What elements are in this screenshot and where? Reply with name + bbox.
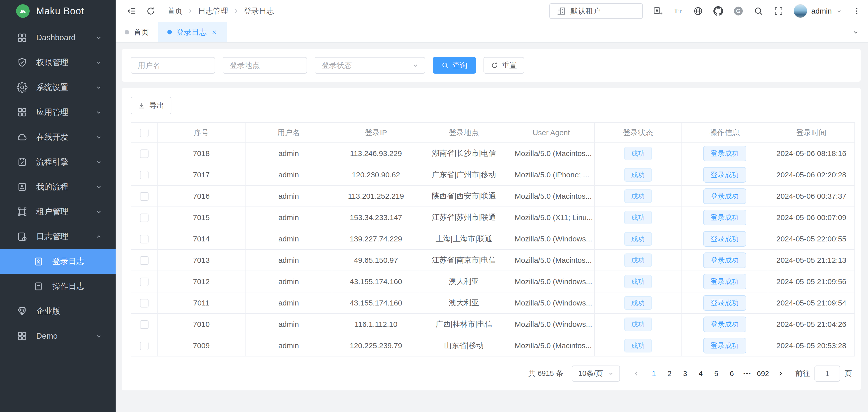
sidebar-item-my-workflow[interactable]: 我的流程: [0, 175, 116, 199]
page-number-button[interactable]: 692: [755, 366, 771, 382]
table-row: 7009 admin 120.225.239.79 山东省|移动 Mozilla…: [131, 335, 855, 356]
operation-tag[interactable]: 登录成功: [703, 252, 746, 268]
row-checkbox[interactable]: [140, 320, 149, 329]
goto-page-input[interactable]: [814, 366, 840, 382]
search-submit-button[interactable]: 查询: [433, 57, 476, 73]
apps-icon: [17, 107, 28, 118]
select-all-checkbox[interactable]: [140, 129, 149, 137]
cell-username: admin: [245, 271, 332, 292]
sidebar-item-online-dev[interactable]: 在线开发: [0, 125, 116, 150]
operation-tag[interactable]: 登录成功: [703, 167, 746, 183]
row-checkbox[interactable]: [140, 299, 149, 308]
tab-login-log[interactable]: 登录日志: [158, 22, 227, 42]
refresh-button[interactable]: [146, 6, 156, 16]
row-checkbox[interactable]: [140, 150, 149, 158]
cell-username: admin: [245, 185, 332, 207]
row-checkbox[interactable]: [140, 171, 149, 179]
chevron-down-icon: [836, 8, 842, 14]
sidebar-item-workflow-engine[interactable]: 流程引擎: [0, 150, 116, 175]
gitee-button[interactable]: G: [733, 6, 743, 16]
goto-suffix: 页: [845, 369, 852, 379]
page-number-button[interactable]: 1: [646, 366, 662, 382]
sidebar-collapse-button[interactable]: [127, 6, 137, 16]
chevron-down-icon: [95, 208, 102, 216]
top-header: 首页 日志管理 登录日志 默认租户 TT G: [116, 0, 868, 22]
row-checkbox[interactable]: [140, 278, 149, 286]
globe-button[interactable]: [693, 6, 703, 16]
username-input[interactable]: [131, 57, 215, 73]
prev-page-button[interactable]: [628, 366, 644, 382]
row-checkbox[interactable]: [140, 235, 149, 244]
chevron-right-icon: [777, 370, 784, 377]
breadcrumb-current: 登录日志: [244, 6, 274, 16]
operation-tag[interactable]: 登录成功: [703, 210, 746, 225]
tabs-dropdown-button[interactable]: [843, 22, 868, 42]
sidebar-menu: Dashboard 权限管理 系统设置 应用管理 在线开发 流程引擎: [0, 22, 116, 348]
search-button[interactable]: [753, 6, 764, 16]
operation-tag[interactable]: 登录成功: [703, 317, 746, 332]
sidebar-item-demo[interactable]: Demo: [0, 324, 116, 348]
operation-tag[interactable]: 登录成功: [703, 338, 746, 353]
cell-ip: 116.1.112.10: [332, 314, 420, 335]
page-number-button[interactable]: 5: [708, 366, 724, 382]
operation-tag[interactable]: 登录成功: [703, 146, 746, 161]
row-checkbox[interactable]: [140, 192, 149, 201]
login-status-select[interactable]: 登录状态: [315, 57, 425, 73]
chevron-right-icon: [187, 8, 193, 14]
table-row: 7011 admin 43.155.174.160 澳大利亚 Mozilla/5…: [131, 292, 855, 314]
page-number-button[interactable]: 6: [724, 366, 740, 382]
cell-time: 2024-05-06 00:07:09: [768, 207, 855, 228]
column-ip: 登录IP: [332, 123, 420, 143]
operation-tag[interactable]: 登录成功: [703, 274, 746, 289]
breadcrumb-home[interactable]: 首页: [167, 6, 182, 16]
cell-time: 2024-05-05 21:04:26: [768, 314, 855, 335]
language-button[interactable]: [653, 6, 663, 16]
tenant-select[interactable]: 默认租户: [549, 3, 643, 19]
sidebar-item-system-settings[interactable]: 系统设置: [0, 75, 116, 100]
column-operation: 操作信息: [681, 123, 768, 143]
row-checkbox[interactable]: [140, 214, 149, 222]
sidebar-item-dashboard[interactable]: Dashboard: [0, 25, 116, 50]
breadcrumb: 首页 日志管理 登录日志: [167, 6, 274, 16]
main-area: 首页 日志管理 登录日志 默认租户 TT G: [116, 0, 868, 412]
sidebar-item-tenant-management[interactable]: 租户管理: [0, 199, 116, 224]
reset-button[interactable]: 重置: [484, 57, 524, 73]
page-ellipsis[interactable]: •••: [740, 366, 755, 382]
table-row: 7018 admin 113.246.93.229 湖南省|长沙市|电信 Moz…: [131, 143, 855, 164]
sidebar-subitem-operation-log[interactable]: 操作日志: [0, 274, 116, 299]
sidebar-item-log-management[interactable]: 日志管理: [0, 224, 116, 249]
breadcrumb-log-management[interactable]: 日志管理: [198, 6, 228, 16]
operation-tag[interactable]: 登录成功: [703, 188, 746, 204]
login-location-input[interactable]: [223, 57, 307, 73]
cell-user-agent: Mozilla/5.0 (Windows...: [508, 314, 595, 335]
page-number-button[interactable]: 4: [693, 366, 708, 382]
more-menu-button[interactable]: [852, 7, 861, 15]
tab-home[interactable]: 首页: [116, 22, 158, 42]
sidebar-item-permissions[interactable]: 权限管理: [0, 50, 116, 75]
document-user-icon: [17, 181, 28, 192]
page-number-button[interactable]: 2: [662, 366, 677, 382]
operation-tag[interactable]: 登录成功: [703, 231, 746, 247]
cell-ip: 153.34.233.147: [332, 207, 420, 228]
goto-label: 前往: [795, 369, 810, 379]
row-checkbox[interactable]: [140, 342, 149, 350]
next-page-button[interactable]: [773, 366, 788, 382]
cell-time: 2024-05-06 02:20:28: [768, 164, 855, 185]
github-button[interactable]: [713, 6, 723, 16]
sidebar-item-enterprise[interactable]: 企业版: [0, 299, 116, 324]
user-menu[interactable]: admin: [794, 4, 842, 18]
close-icon[interactable]: [211, 29, 218, 35]
export-button[interactable]: 导出: [131, 97, 172, 114]
page-number-button[interactable]: 3: [677, 366, 693, 382]
document-icon: [33, 281, 44, 292]
page-size-select[interactable]: 10条/页: [572, 366, 620, 382]
row-checkbox[interactable]: [140, 256, 149, 265]
operation-tag[interactable]: 登录成功: [703, 295, 746, 311]
sidebar-subitem-login-log[interactable]: 登录日志: [0, 249, 116, 274]
cell-ip: 49.65.150.97: [332, 250, 420, 271]
font-size-button[interactable]: TT: [673, 6, 683, 16]
fullscreen-button[interactable]: [774, 6, 783, 16]
status-tag: 成功: [624, 189, 652, 203]
sidebar-item-app-management[interactable]: 应用管理: [0, 100, 116, 125]
cell-user-agent: Mozilla/5.0 (Windows...: [508, 271, 595, 292]
